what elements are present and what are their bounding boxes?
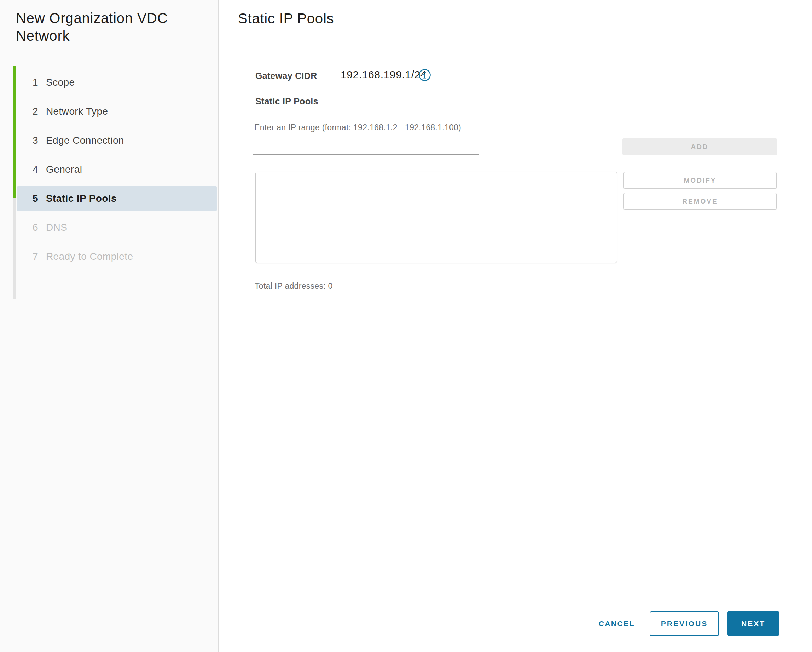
wizard-step-static-ip-pools[interactable]: 5 Static IP Pools (17, 186, 217, 211)
ip-range-input-label: Enter an IP range (format: 192.168.1.2 -… (254, 123, 461, 132)
wizard-main-panel: Static IP Pools Gateway CIDR 192.168.199… (219, 0, 812, 652)
step-label: Network Type (46, 106, 108, 117)
page-title: Static IP Pools (238, 11, 334, 26)
step-progress-completed-bar (13, 66, 15, 198)
wizard-step-dns: 6 DNS (17, 215, 217, 240)
wizard-footer: CANCEL PREVIOUS NEXT (599, 611, 780, 636)
step-number: 5 (32, 193, 46, 204)
ip-pools-listbox[interactable] (255, 172, 617, 263)
gateway-cidr-value: 192.168.199.1/24 (340, 69, 426, 81)
ip-range-input[interactable] (253, 141, 479, 155)
info-circle-icon-svg (418, 68, 432, 82)
wizard-sidebar: New Organization VDC Network 1 Scope 2 N… (0, 0, 219, 652)
total-ip-addresses-label: Total IP addresses: 0 (255, 282, 333, 291)
remove-button[interactable]: REMOVE (624, 193, 777, 210)
static-ip-pools-section-label: Static IP Pools (255, 96, 318, 107)
wizard-title: New Organization VDC Network (16, 9, 204, 44)
wizard-step-general[interactable]: 4 General (17, 157, 217, 182)
step-label: Ready to Complete (46, 251, 133, 262)
step-label: DNS (46, 222, 67, 233)
wizard-step-network-type[interactable]: 2 Network Type (17, 99, 217, 124)
cancel-button[interactable]: CANCEL (599, 611, 635, 636)
step-number: 4 (32, 164, 46, 175)
wizard-step-scope[interactable]: 1 Scope (17, 70, 217, 95)
step-label: Scope (46, 77, 75, 88)
wizard-step-list: 1 Scope 2 Network Type 3 Edge Connection… (17, 66, 217, 273)
info-circle-icon[interactable] (418, 68, 432, 82)
step-label: General (46, 164, 82, 175)
wizard-step-edge-connection[interactable]: 3 Edge Connection (17, 128, 217, 153)
step-number: 2 (32, 106, 46, 117)
previous-button[interactable]: PREVIOUS (650, 611, 719, 636)
wizard-step-ready-to-complete: 7 Ready to Complete (17, 244, 217, 269)
add-button[interactable]: ADD (623, 138, 777, 155)
step-number: 6 (32, 222, 46, 233)
step-progress-track (13, 66, 15, 299)
step-label: Edge Connection (46, 135, 124, 146)
step-number: 3 (32, 135, 46, 146)
modify-button[interactable]: MODIFY (624, 172, 777, 189)
step-number: 7 (32, 251, 46, 262)
gateway-cidr-label: Gateway CIDR (255, 71, 317, 81)
step-number: 1 (32, 77, 46, 88)
next-button[interactable]: NEXT (728, 611, 779, 636)
step-label: Static IP Pools (46, 193, 117, 204)
